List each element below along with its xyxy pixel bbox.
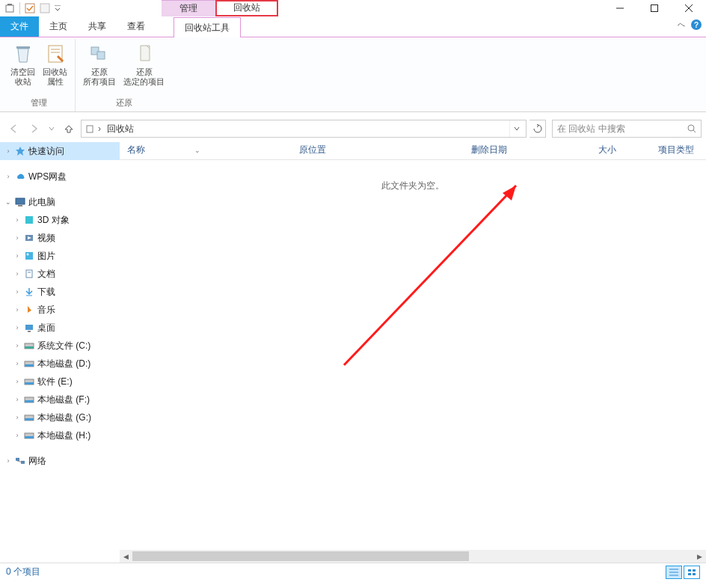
- expand-icon[interactable]: ›: [13, 378, 21, 385]
- column-name[interactable]: 名称⌄: [120, 144, 292, 156]
- tree-wps[interactable]: › WPS网盘: [0, 168, 120, 186]
- expand-icon[interactable]: ›: [13, 360, 21, 367]
- qat-properties-icon[interactable]: [23, 1, 37, 15]
- tab-home[interactable]: 主页: [39, 16, 78, 37]
- folder-icon: [23, 322, 35, 334]
- collapse-ribbon-icon[interactable]: へ: [678, 19, 685, 30]
- restore-selected-icon: [132, 42, 156, 66]
- minimize-button[interactable]: [603, 0, 637, 16]
- column-original-location[interactable]: 原位置: [292, 144, 464, 156]
- tab-file[interactable]: 文件: [0, 16, 39, 37]
- ribbon-tab-row: 文件 主页 共享 查看 回收站工具 へ ?: [0, 16, 706, 37]
- expand-icon[interactable]: ›: [13, 288, 21, 295]
- context-tab-recycle-bin[interactable]: 回收站: [215, 0, 278, 16]
- tab-view[interactable]: 查看: [117, 16, 156, 37]
- expand-icon[interactable]: ›: [13, 252, 21, 260]
- expand-icon[interactable]: ›: [4, 173, 12, 180]
- tree-network[interactable]: › 网络: [0, 452, 120, 470]
- tree-item[interactable]: ›软件 (E:): [0, 373, 120, 391]
- tab-share[interactable]: 共享: [78, 16, 117, 37]
- scroll-right-icon[interactable]: ▶: [693, 550, 706, 563]
- qat-dropdown-icon[interactable]: [53, 1, 62, 15]
- expand-icon[interactable]: ›: [4, 147, 12, 155]
- tree-label: 下载: [37, 286, 55, 298]
- restore-selected-label: 还原 选定的项目: [123, 67, 165, 87]
- tree-item[interactable]: ›3D 对象: [0, 211, 120, 229]
- up-button[interactable]: [60, 120, 78, 138]
- refresh-button[interactable]: [530, 120, 546, 138]
- expand-icon[interactable]: ›: [4, 457, 12, 465]
- icons-view-button[interactable]: [684, 566, 700, 579]
- group-restore-title: 还原: [116, 97, 132, 110]
- expand-icon[interactable]: ›: [13, 234, 21, 242]
- tree-label: 软件 (E:): [37, 376, 73, 388]
- navigation-tree[interactable]: › 快速访问 › WPS网盘 ⌄ 此电脑 ›3D 对象›视频›图片›文档›下载›…: [0, 141, 120, 563]
- tree-item[interactable]: ›桌面: [0, 319, 120, 337]
- tree-quick-access[interactable]: › 快速访问: [0, 142, 120, 160]
- tree-item[interactable]: ›图片: [0, 247, 120, 265]
- forward-button[interactable]: [25, 120, 43, 138]
- collapse-icon[interactable]: ⌄: [4, 198, 12, 206]
- expand-icon[interactable]: ›: [13, 396, 21, 403]
- tab-recycle-tools[interactable]: 回收站工具: [174, 17, 241, 37]
- recycle-bin-properties-button[interactable]: 回收站 属性: [40, 40, 70, 97]
- expand-icon[interactable]: ›: [13, 306, 21, 313]
- scroll-thumb[interactable]: [132, 551, 469, 561]
- tree-item[interactable]: ›文档: [0, 265, 120, 283]
- restore-selected-button[interactable]: 还原 选定的项目: [120, 40, 168, 97]
- expand-icon[interactable]: ›: [13, 432, 21, 439]
- svg-rect-32: [25, 364, 34, 367]
- scroll-left-icon[interactable]: ◀: [120, 550, 132, 563]
- context-tab-manage[interactable]: 管理: [162, 0, 215, 16]
- tree-label: WPS网盘: [28, 171, 67, 183]
- tree-item[interactable]: ›本地磁盘 (F:): [0, 391, 120, 408]
- tree-item[interactable]: ›视频: [0, 229, 120, 247]
- expand-icon[interactable]: ›: [13, 342, 21, 349]
- window-controls: [603, 0, 706, 16]
- search-input[interactable]: 在 回收站 中搜索: [552, 120, 702, 138]
- svg-rect-28: [28, 331, 31, 332]
- tree-item[interactable]: ›本地磁盘 (D:): [0, 355, 120, 373]
- folder-icon: [23, 411, 35, 423]
- expand-icon[interactable]: ›: [13, 216, 21, 224]
- recycle-bin-icon[interactable]: [3, 1, 16, 15]
- scroll-track[interactable]: [132, 550, 693, 563]
- cloud-icon: [14, 171, 26, 183]
- restore-all-label: 还原 所有项目: [83, 67, 116, 87]
- title-bar: 管理 回收站: [0, 0, 706, 16]
- expand-icon[interactable]: ›: [13, 324, 21, 331]
- address-dropdown-icon[interactable]: [509, 120, 523, 137]
- main-area: › 快速访问 › WPS网盘 ⌄ 此电脑 ›3D 对象›视频›图片›文档›下载›…: [0, 141, 706, 563]
- svg-line-16: [693, 130, 696, 132]
- tree-item[interactable]: ›音乐: [0, 301, 120, 319]
- expand-icon[interactable]: ›: [13, 270, 21, 278]
- tree-item[interactable]: ›本地磁盘 (G:): [0, 408, 120, 426]
- column-item-type[interactable]: 项目类型: [651, 144, 706, 156]
- breadcrumb-location[interactable]: 回收站: [104, 123, 137, 135]
- svg-rect-13: [97, 52, 105, 59]
- qat-blank-icon[interactable]: [38, 1, 52, 15]
- trash-icon: [11, 42, 35, 66]
- tree-label: 本地磁盘 (H:): [37, 429, 90, 442]
- back-button[interactable]: [4, 120, 22, 138]
- svg-point-15: [688, 125, 694, 131]
- empty-recycle-bin-button[interactable]: 清空回 收站: [7, 40, 38, 97]
- tree-item[interactable]: ›本地磁盘 (H:): [0, 426, 120, 444]
- horizontal-scrollbar[interactable]: ◀ ▶: [120, 550, 706, 563]
- column-size[interactable]: 大小: [591, 144, 651, 156]
- recent-locations-icon[interactable]: [46, 120, 57, 138]
- restore-all-button[interactable]: 还原 所有项目: [80, 40, 119, 97]
- address-bar[interactable]: › 回收站: [81, 120, 527, 138]
- maximize-button[interactable]: [637, 0, 672, 16]
- close-button[interactable]: [672, 0, 706, 16]
- status-bar: 0 个项目: [0, 563, 706, 581]
- tree-item[interactable]: ›系统文件 (C:): [0, 337, 120, 355]
- quick-access-toolbar: [0, 1, 62, 15]
- help-icon[interactable]: ?: [691, 19, 702, 30]
- tree-item[interactable]: ›下载: [0, 283, 120, 301]
- details-view-button[interactable]: [666, 566, 682, 579]
- column-delete-date[interactable]: 删除日期: [464, 144, 591, 156]
- breadcrumb-sep-icon[interactable]: ›: [98, 123, 101, 134]
- expand-icon[interactable]: ›: [13, 414, 21, 421]
- tree-this-pc[interactable]: ⌄ 此电脑: [0, 193, 120, 211]
